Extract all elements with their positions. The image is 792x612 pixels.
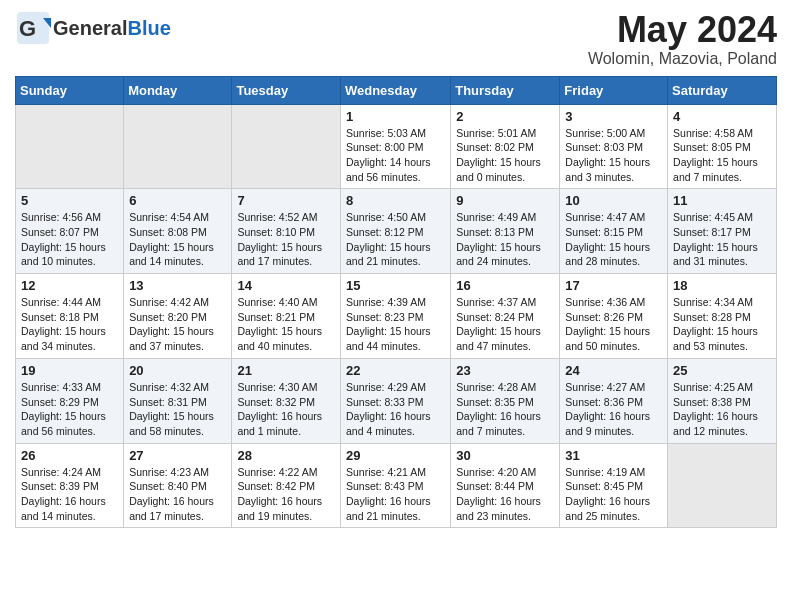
- table-row: 26Sunrise: 4:24 AM Sunset: 8:39 PM Dayli…: [16, 443, 124, 528]
- calendar-title: May 2024: [588, 10, 777, 50]
- table-row: 16Sunrise: 4:37 AM Sunset: 8:24 PM Dayli…: [451, 274, 560, 359]
- day-number: 28: [237, 448, 335, 463]
- table-row: 18Sunrise: 4:34 AM Sunset: 8:28 PM Dayli…: [668, 274, 777, 359]
- day-number: 10: [565, 193, 662, 208]
- table-row: 29Sunrise: 4:21 AM Sunset: 8:43 PM Dayli…: [340, 443, 450, 528]
- header: G GeneralBlue May 2024 Wolomin, Mazovia,…: [15, 10, 777, 68]
- day-number: 22: [346, 363, 445, 378]
- day-number: 25: [673, 363, 771, 378]
- col-saturday: Saturday: [668, 76, 777, 104]
- day-number: 7: [237, 193, 335, 208]
- day-info: Sunrise: 4:56 AM Sunset: 8:07 PM Dayligh…: [21, 210, 118, 269]
- day-info: Sunrise: 4:25 AM Sunset: 8:38 PM Dayligh…: [673, 380, 771, 439]
- day-info: Sunrise: 4:36 AM Sunset: 8:26 PM Dayligh…: [565, 295, 662, 354]
- title-area: May 2024 Wolomin, Mazovia, Poland: [588, 10, 777, 68]
- calendar-table: Sunday Monday Tuesday Wednesday Thursday…: [15, 76, 777, 529]
- table-row: 25Sunrise: 4:25 AM Sunset: 8:38 PM Dayli…: [668, 358, 777, 443]
- day-number: 13: [129, 278, 226, 293]
- day-info: Sunrise: 4:19 AM Sunset: 8:45 PM Dayligh…: [565, 465, 662, 524]
- table-row: [668, 443, 777, 528]
- table-row: [232, 104, 341, 189]
- day-number: 23: [456, 363, 554, 378]
- day-number: 6: [129, 193, 226, 208]
- page: G GeneralBlue May 2024 Wolomin, Mazovia,…: [0, 0, 792, 543]
- day-info: Sunrise: 5:01 AM Sunset: 8:02 PM Dayligh…: [456, 126, 554, 185]
- day-info: Sunrise: 4:42 AM Sunset: 8:20 PM Dayligh…: [129, 295, 226, 354]
- day-info: Sunrise: 4:37 AM Sunset: 8:24 PM Dayligh…: [456, 295, 554, 354]
- table-row: 31Sunrise: 4:19 AM Sunset: 8:45 PM Dayli…: [560, 443, 668, 528]
- day-info: Sunrise: 4:47 AM Sunset: 8:15 PM Dayligh…: [565, 210, 662, 269]
- day-info: Sunrise: 4:32 AM Sunset: 8:31 PM Dayligh…: [129, 380, 226, 439]
- day-number: 29: [346, 448, 445, 463]
- day-number: 30: [456, 448, 554, 463]
- day-number: 15: [346, 278, 445, 293]
- day-number: 24: [565, 363, 662, 378]
- day-number: 19: [21, 363, 118, 378]
- table-row: 24Sunrise: 4:27 AM Sunset: 8:36 PM Dayli…: [560, 358, 668, 443]
- day-info: Sunrise: 4:44 AM Sunset: 8:18 PM Dayligh…: [21, 295, 118, 354]
- table-row: 8Sunrise: 4:50 AM Sunset: 8:12 PM Daylig…: [340, 189, 450, 274]
- calendar-week-row: 19Sunrise: 4:33 AM Sunset: 8:29 PM Dayli…: [16, 358, 777, 443]
- day-number: 20: [129, 363, 226, 378]
- calendar-week-row: 12Sunrise: 4:44 AM Sunset: 8:18 PM Dayli…: [16, 274, 777, 359]
- col-wednesday: Wednesday: [340, 76, 450, 104]
- day-number: 21: [237, 363, 335, 378]
- day-info: Sunrise: 4:29 AM Sunset: 8:33 PM Dayligh…: [346, 380, 445, 439]
- day-number: 17: [565, 278, 662, 293]
- col-thursday: Thursday: [451, 76, 560, 104]
- day-info: Sunrise: 5:03 AM Sunset: 8:00 PM Dayligh…: [346, 126, 445, 185]
- logo-blue: Blue: [127, 17, 170, 39]
- table-row: 10Sunrise: 4:47 AM Sunset: 8:15 PM Dayli…: [560, 189, 668, 274]
- table-row: 1Sunrise: 5:03 AM Sunset: 8:00 PM Daylig…: [340, 104, 450, 189]
- day-number: 9: [456, 193, 554, 208]
- table-row: 20Sunrise: 4:32 AM Sunset: 8:31 PM Dayli…: [124, 358, 232, 443]
- day-number: 5: [21, 193, 118, 208]
- day-number: 14: [237, 278, 335, 293]
- calendar-subtitle: Wolomin, Mazovia, Poland: [588, 50, 777, 68]
- table-row: [16, 104, 124, 189]
- table-row: 28Sunrise: 4:22 AM Sunset: 8:42 PM Dayli…: [232, 443, 341, 528]
- logo: G GeneralBlue: [15, 10, 171, 46]
- day-number: 11: [673, 193, 771, 208]
- table-row: 9Sunrise: 4:49 AM Sunset: 8:13 PM Daylig…: [451, 189, 560, 274]
- table-row: 7Sunrise: 4:52 AM Sunset: 8:10 PM Daylig…: [232, 189, 341, 274]
- day-info: Sunrise: 4:28 AM Sunset: 8:35 PM Dayligh…: [456, 380, 554, 439]
- table-row: 3Sunrise: 5:00 AM Sunset: 8:03 PM Daylig…: [560, 104, 668, 189]
- table-row: 14Sunrise: 4:40 AM Sunset: 8:21 PM Dayli…: [232, 274, 341, 359]
- table-row: 27Sunrise: 4:23 AM Sunset: 8:40 PM Dayli…: [124, 443, 232, 528]
- day-info: Sunrise: 4:23 AM Sunset: 8:40 PM Dayligh…: [129, 465, 226, 524]
- day-number: 12: [21, 278, 118, 293]
- col-friday: Friday: [560, 76, 668, 104]
- day-info: Sunrise: 4:58 AM Sunset: 8:05 PM Dayligh…: [673, 126, 771, 185]
- day-info: Sunrise: 4:34 AM Sunset: 8:28 PM Dayligh…: [673, 295, 771, 354]
- day-info: Sunrise: 4:22 AM Sunset: 8:42 PM Dayligh…: [237, 465, 335, 524]
- day-info: Sunrise: 4:54 AM Sunset: 8:08 PM Dayligh…: [129, 210, 226, 269]
- day-info: Sunrise: 4:27 AM Sunset: 8:36 PM Dayligh…: [565, 380, 662, 439]
- calendar-week-row: 5Sunrise: 4:56 AM Sunset: 8:07 PM Daylig…: [16, 189, 777, 274]
- svg-text:G: G: [19, 16, 36, 41]
- table-row: 2Sunrise: 5:01 AM Sunset: 8:02 PM Daylig…: [451, 104, 560, 189]
- table-row: 21Sunrise: 4:30 AM Sunset: 8:32 PM Dayli…: [232, 358, 341, 443]
- day-number: 26: [21, 448, 118, 463]
- table-row: 12Sunrise: 4:44 AM Sunset: 8:18 PM Dayli…: [16, 274, 124, 359]
- calendar-week-row: 1Sunrise: 5:03 AM Sunset: 8:00 PM Daylig…: [16, 104, 777, 189]
- day-info: Sunrise: 4:49 AM Sunset: 8:13 PM Dayligh…: [456, 210, 554, 269]
- day-number: 8: [346, 193, 445, 208]
- day-number: 18: [673, 278, 771, 293]
- col-tuesday: Tuesday: [232, 76, 341, 104]
- day-number: 16: [456, 278, 554, 293]
- day-info: Sunrise: 4:33 AM Sunset: 8:29 PM Dayligh…: [21, 380, 118, 439]
- table-row: 23Sunrise: 4:28 AM Sunset: 8:35 PM Dayli…: [451, 358, 560, 443]
- day-info: Sunrise: 4:50 AM Sunset: 8:12 PM Dayligh…: [346, 210, 445, 269]
- day-info: Sunrise: 4:24 AM Sunset: 8:39 PM Dayligh…: [21, 465, 118, 524]
- table-row: 5Sunrise: 4:56 AM Sunset: 8:07 PM Daylig…: [16, 189, 124, 274]
- day-info: Sunrise: 4:20 AM Sunset: 8:44 PM Dayligh…: [456, 465, 554, 524]
- table-row: [124, 104, 232, 189]
- calendar-header-row: Sunday Monday Tuesday Wednesday Thursday…: [16, 76, 777, 104]
- table-row: 19Sunrise: 4:33 AM Sunset: 8:29 PM Dayli…: [16, 358, 124, 443]
- day-info: Sunrise: 5:00 AM Sunset: 8:03 PM Dayligh…: [565, 126, 662, 185]
- table-row: 30Sunrise: 4:20 AM Sunset: 8:44 PM Dayli…: [451, 443, 560, 528]
- table-row: 13Sunrise: 4:42 AM Sunset: 8:20 PM Dayli…: [124, 274, 232, 359]
- day-info: Sunrise: 4:40 AM Sunset: 8:21 PM Dayligh…: [237, 295, 335, 354]
- logo-general: General: [53, 17, 127, 39]
